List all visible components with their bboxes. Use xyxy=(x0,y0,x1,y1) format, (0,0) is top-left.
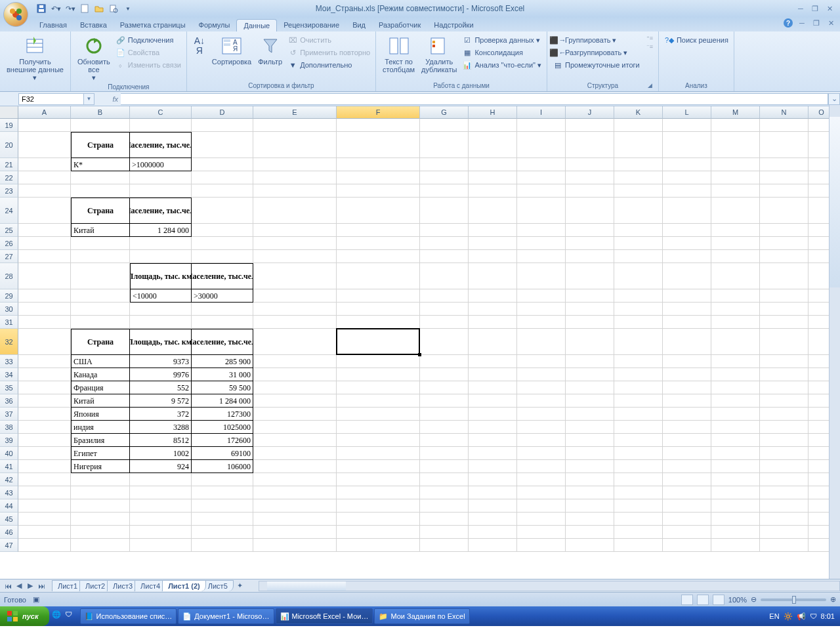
cell[interactable] xyxy=(711,421,760,434)
cell[interactable] xyxy=(18,394,71,408)
cell[interactable]: Франция xyxy=(71,381,130,394)
row-header[interactable]: 46 xyxy=(0,526,18,539)
cell[interactable] xyxy=(566,289,614,303)
ribbon-tab-Рецензирование[interactable]: Рецензирование xyxy=(277,19,346,32)
undo-icon[interactable]: ↶▾ xyxy=(50,3,62,14)
cell[interactable] xyxy=(663,158,711,171)
row-header[interactable]: 20 xyxy=(0,132,18,158)
cell[interactable] xyxy=(420,171,469,184)
cell[interactable] xyxy=(420,289,469,303)
cell[interactable] xyxy=(566,539,614,552)
consolidate-button[interactable]: ▦Консолидация xyxy=(461,47,543,58)
cell[interactable] xyxy=(614,473,663,486)
formula-input[interactable] xyxy=(121,93,828,105)
cell[interactable] xyxy=(711,408,760,421)
cell[interactable] xyxy=(663,303,711,316)
cell[interactable]: Население, тыс.чел. xyxy=(192,263,253,289)
cell[interactable] xyxy=(71,289,130,303)
column-header[interactable]: J xyxy=(566,106,614,119)
cell[interactable] xyxy=(71,237,130,250)
cell[interactable] xyxy=(711,381,760,394)
cell[interactable] xyxy=(614,381,663,394)
cell[interactable] xyxy=(337,434,420,447)
ribbon-tab-Разработчик[interactable]: Разработчик xyxy=(372,19,427,32)
cell[interactable] xyxy=(566,224,614,237)
get-external-data-button[interactable]: Получить внешние данные ▾ xyxy=(4,34,66,83)
cell[interactable] xyxy=(253,394,337,408)
cell[interactable] xyxy=(337,171,420,184)
cell[interactable] xyxy=(18,513,71,526)
sheet-tab[interactable]: Лист1 xyxy=(52,580,83,591)
row-header[interactable]: 47 xyxy=(0,539,18,552)
cell[interactable] xyxy=(337,447,420,460)
cell[interactable] xyxy=(253,289,337,303)
cell[interactable] xyxy=(614,421,663,434)
cell[interactable] xyxy=(711,434,760,447)
cell[interactable] xyxy=(760,368,808,381)
cell[interactable] xyxy=(192,486,253,499)
cell[interactable] xyxy=(614,198,663,224)
cell[interactable] xyxy=(420,408,469,421)
cell[interactable] xyxy=(760,408,808,421)
cell[interactable] xyxy=(614,368,663,381)
cell[interactable] xyxy=(711,119,760,132)
cell[interactable] xyxy=(760,513,808,526)
cell[interactable]: <10000 xyxy=(130,289,192,303)
cell[interactable] xyxy=(420,355,469,368)
cell[interactable] xyxy=(253,250,337,263)
row-header[interactable]: 30 xyxy=(0,303,18,316)
cell[interactable]: Площадь, тыс. км² xyxy=(130,329,192,355)
cell[interactable] xyxy=(130,513,192,526)
cell[interactable] xyxy=(469,368,517,381)
cell[interactable] xyxy=(469,263,517,289)
cell[interactable] xyxy=(663,250,711,263)
cell[interactable]: 8512 xyxy=(130,434,192,447)
cell[interactable] xyxy=(760,434,808,447)
cell[interactable] xyxy=(663,316,711,329)
mdi-minimize-icon[interactable]: ─ xyxy=(797,18,807,28)
cell[interactable] xyxy=(614,460,663,473)
cell[interactable] xyxy=(337,224,420,237)
cell[interactable] xyxy=(711,460,760,473)
open-icon[interactable] xyxy=(93,3,105,14)
cell[interactable] xyxy=(420,198,469,224)
cell[interactable] xyxy=(760,316,808,329)
cell[interactable] xyxy=(760,394,808,408)
cell[interactable] xyxy=(711,224,760,237)
cell[interactable] xyxy=(18,237,71,250)
cell[interactable] xyxy=(614,355,663,368)
cell[interactable] xyxy=(420,499,469,513)
cell[interactable] xyxy=(253,303,337,316)
taskbar-item[interactable]: 📊Microsoft Excel - Мои… xyxy=(276,608,373,624)
cell[interactable] xyxy=(337,513,420,526)
cell[interactable] xyxy=(469,316,517,329)
cell[interactable] xyxy=(566,250,614,263)
cell[interactable] xyxy=(192,158,253,171)
cell[interactable] xyxy=(663,434,711,447)
row-header[interactable]: 37 xyxy=(0,408,18,421)
cell[interactable] xyxy=(469,289,517,303)
cell[interactable] xyxy=(337,289,420,303)
dialog-launcher-icon[interactable]: ◢ xyxy=(646,82,654,90)
next-sheet-button[interactable]: ▶ xyxy=(25,581,35,591)
cell[interactable] xyxy=(192,526,253,539)
row-header[interactable]: 19 xyxy=(0,119,18,132)
cell[interactable] xyxy=(663,526,711,539)
row-header[interactable]: 32 xyxy=(0,329,18,355)
cell[interactable] xyxy=(614,132,663,158)
cell[interactable]: Площадь, тыс. км² xyxy=(130,263,192,289)
cell[interactable] xyxy=(614,434,663,447)
cell[interactable] xyxy=(420,224,469,237)
new-icon[interactable] xyxy=(79,3,91,14)
cell[interactable] xyxy=(420,486,469,499)
cell[interactable] xyxy=(253,329,337,355)
cell[interactable] xyxy=(663,329,711,355)
cell[interactable] xyxy=(566,526,614,539)
cell[interactable] xyxy=(614,184,663,198)
cell[interactable] xyxy=(253,355,337,368)
cell[interactable]: Нигерия xyxy=(71,460,130,473)
cell[interactable] xyxy=(760,460,808,473)
cell[interactable] xyxy=(711,171,760,184)
cell[interactable] xyxy=(469,447,517,460)
cell[interactable]: 172600 xyxy=(192,434,253,447)
